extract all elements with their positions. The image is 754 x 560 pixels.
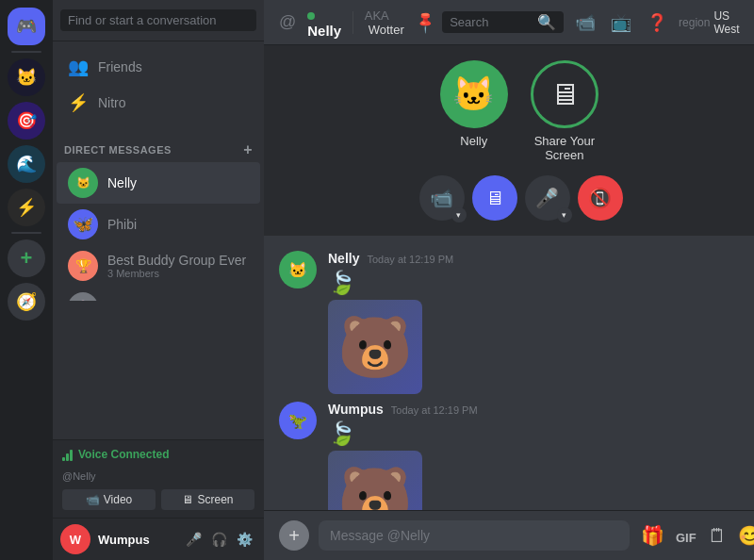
dm-search-input[interactable] (60, 9, 256, 31)
gift-button[interactable]: 🎁 (639, 522, 666, 549)
explore-public-servers-button[interactable]: 🧭 (8, 283, 45, 321)
gif-button[interactable]: GIF (674, 523, 698, 549)
region-label: region (679, 16, 710, 29)
message-input-bar: + 🎁 GIF 🗒 😊 (264, 510, 754, 560)
help-button[interactable]: ❓ (643, 8, 671, 37)
bottom-username: Wumpus (98, 533, 174, 547)
region-value: US West (713, 9, 749, 36)
bbge-subtitle: 3 Members (107, 268, 246, 279)
video-call-button[interactable]: 📹 (571, 8, 599, 37)
server-divider-2 (11, 232, 41, 234)
coc-avatar: 🤖 (68, 292, 98, 301)
call-screen-icon: 🖥 (485, 188, 504, 209)
call-screen-button[interactable]: 🖥 (472, 175, 517, 221)
video-button[interactable]: 📹 Video (62, 489, 156, 510)
sticker-button[interactable]: 🗒 (706, 523, 729, 549)
server-icon-3[interactable]: 🌊 (8, 145, 45, 183)
message-wumpus: 🦖 Wumpus Today at 12:19 PM 🍃 🐻 (279, 402, 754, 510)
nitro-icon: ⚡ (68, 92, 89, 113)
sidebar-spacer (53, 301, 264, 439)
nelly-call-name: Nelly (460, 134, 487, 148)
message-input[interactable] (319, 520, 630, 551)
discord-home-icon[interactable]: 🎮 (8, 8, 45, 45)
aka-name: Wotter (369, 23, 404, 37)
call-participants: 🐱 Nelly 🖥 Share Your Screen (440, 60, 602, 162)
server-sidebar: 🎮 🐱 🎯 🌊 ⚡ + 🧭 (0, 0, 53, 560)
pin-icon: 📌 (412, 9, 438, 36)
nelly-call-avatar: 🐱 (440, 60, 508, 128)
call-video-button[interactable]: 📹 ▾ (419, 175, 465, 221)
messages-area: 🐱 Nelly Today at 12:19 PM 🍃 🐻 🦖 Wumpu (264, 236, 754, 510)
dm-sidebar: 👥 Friends ⚡ Nitro DIRECT MESSAGES + 🐱 Ne… (53, 0, 264, 560)
search-input[interactable] (450, 15, 532, 29)
search-icon: 🔍 (537, 13, 556, 31)
dm-section-header: DIRECT MESSAGES + (53, 128, 264, 162)
new-dm-button[interactable]: + (243, 141, 253, 158)
nelly-name: Nelly (107, 175, 137, 190)
mute-button[interactable]: 🎤 (182, 528, 205, 551)
server-icon-4[interactable]: ⚡ (8, 189, 45, 226)
screen-share-label: Share Your Screen (527, 134, 602, 162)
dm-section-title: DIRECT MESSAGES (64, 144, 172, 156)
call-area: 🐱 Nelly 🖥 Share Your Screen 📹 ▾ (264, 45, 754, 236)
wumpus-msg-content: Wumpus Today at 12:19 PM 🍃 🐻 (328, 402, 754, 510)
nelly-msg-sticker: 🐻 (328, 300, 422, 394)
dm-item-nelly[interactable]: 🐱 Nelly (57, 162, 260, 204)
call-participant-nelly: 🐱 Nelly (440, 60, 508, 162)
call-participant-screen: 🖥 Share Your Screen (527, 60, 602, 162)
dm-item-bbge[interactable]: 🏆 Best Buddy Group Ever 3 Members (57, 245, 260, 287)
dm-item-coc[interactable]: 🤖 Clyde's Other Cousin (57, 287, 260, 301)
user-avatar: W (60, 524, 90, 554)
nelly-msg-avatar: 🐱 (279, 251, 317, 288)
add-server-button[interactable]: + (8, 239, 45, 277)
wumpus-msg-leaf: 🍃 (328, 420, 754, 447)
screen-label: Screen (197, 493, 233, 506)
server-icon-1[interactable]: 🐱 (8, 58, 45, 96)
nelly-avatar: 🐱 (68, 168, 98, 198)
search-bar[interactable]: 🔍 (442, 11, 564, 33)
server-icon-2[interactable]: 🎯 (8, 102, 45, 140)
nitro-nav-item[interactable]: ⚡ Nitro (57, 85, 260, 121)
dm-navigation: 👥 Friends ⚡ Nitro (53, 41, 264, 128)
call-controls: 📹 ▾ 🖥 🎤 ▾ 📵 (419, 175, 623, 221)
message-actions: 🎁 GIF 🗒 😊 (639, 522, 754, 549)
region-info: region US West ▼ (679, 9, 754, 36)
wumpus-msg-avatar: 🦖 (279, 402, 317, 439)
call-hangup-button[interactable]: 📵 (578, 175, 623, 221)
call-video-icon: 📹 (430, 187, 453, 209)
gif-icon: GIF (676, 531, 697, 545)
nelly-msg-time: Today at 12:19 PM (367, 254, 453, 265)
wumpus-msg-sticker: 🐻 (328, 451, 422, 510)
titlebar: @ Nelly AKA Wotter 📌 🔍 📹 📺 ❓ region US W… (264, 0, 754, 45)
screen-share-avatar: 🖥 (531, 60, 598, 128)
add-attachment-button[interactable]: + (279, 520, 309, 551)
voice-user-label: @Nelly (62, 470, 96, 482)
settings-button[interactable]: ⚙️ (233, 528, 256, 551)
voice-action-buttons: 📹 Video 🖥 Screen (62, 489, 254, 510)
call-button[interactable]: 📺 (607, 8, 635, 37)
nelly-msg-leaf: 🍃 (328, 270, 754, 296)
dm-search-bar[interactable] (53, 0, 264, 41)
message-nelly: 🐱 Nelly Today at 12:19 PM 🍃 🐻 (279, 251, 754, 394)
dm-list: 🐱 Nelly 🦋 Phibi 🏆 Best Buddy Group Ever … (53, 162, 264, 301)
mute-dropdown-arrow: ▾ (557, 207, 572, 222)
call-mute-button[interactable]: 🎤 ▾ (525, 175, 570, 221)
bottom-user-bar: W Wumpus 🎤 🎧 ⚙️ (53, 518, 264, 560)
bbge-name: Best Buddy Group Ever (107, 253, 246, 268)
headphones-button[interactable]: 🎧 (207, 528, 231, 551)
video-dropdown-arrow: ▾ (451, 207, 467, 222)
bottom-user-controls: 🎤 🎧 ⚙️ (182, 528, 256, 551)
video-label: Video (104, 493, 132, 506)
screen-share-button[interactable]: 🖥 Screen (161, 489, 254, 510)
dm-item-phibi[interactable]: 🦋 Phibi (57, 204, 260, 245)
emoji-button[interactable]: 😊 (736, 522, 754, 549)
hangup-icon: 📵 (588, 187, 612, 209)
plus-icon: + (288, 525, 300, 547)
server-divider (11, 51, 41, 53)
friends-nav-item[interactable]: 👥 Friends (57, 49, 260, 85)
online-status-dot (307, 12, 315, 20)
voice-connected-panel: Voice Connected @Nelly 📹 Video 🖥 Screen (53, 439, 264, 518)
nelly-msg-author: Nelly (328, 251, 359, 266)
video-icon: 📹 (86, 493, 100, 506)
nitro-label: Nitro (98, 95, 126, 110)
